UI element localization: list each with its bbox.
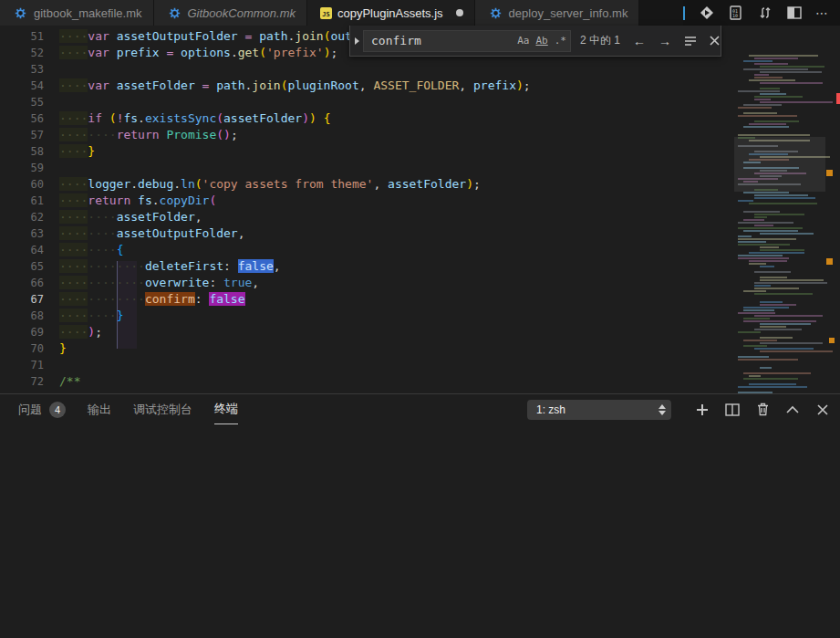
gear-icon: [167, 5, 182, 21]
code-line[interactable]: 71: [0, 357, 734, 373]
code-text: ····);: [59, 324, 102, 340]
next-match-icon[interactable]: →: [659, 34, 671, 48]
new-terminal-icon[interactable]: [694, 402, 710, 418]
tab-problems[interactable]: 问题 4: [18, 394, 66, 424]
tab-label: 终端: [214, 401, 238, 417]
find-match-count: 2 中的 1: [580, 33, 620, 48]
code-line[interactable]: 56····if (!fs.existsSync(assetFolder)) {: [0, 110, 734, 127]
error-marker: [836, 93, 840, 104]
code-line[interactable]: 65············deleteFirst: false,: [0, 258, 734, 275]
code-text: ············deleteFirst: false,: [59, 258, 281, 275]
terminal-select[interactable]: 1: zsh: [527, 400, 671, 420]
code-line[interactable]: 60····logger.debug.ln('copy assets from …: [0, 176, 734, 193]
line-number: 70: [0, 340, 44, 357]
find-in-selection-icon[interactable]: [684, 36, 697, 47]
code-line[interactable]: 55: [0, 94, 734, 110]
code-line[interactable]: 61····return fs.copyDir(: [0, 193, 734, 209]
code-text: ····return fs.copyDir(: [59, 193, 216, 209]
gear-icon: [13, 5, 28, 21]
close-icon[interactable]: [710, 36, 720, 46]
code-line[interactable]: 64········{: [0, 242, 734, 258]
code-text: ····var assetFolder = path.join(pluginRo…: [59, 78, 531, 94]
code-text: ········assetFolder,: [59, 209, 202, 225]
code-line[interactable]: 67············confirm: false: [0, 291, 734, 308]
line-number: 66: [0, 275, 44, 291]
tab-gitbookcommon[interactable]: GitbookCommon.mk: [154, 0, 307, 26]
code-line[interactable]: 66············overwrite: true,: [0, 275, 734, 291]
split-terminal-icon[interactable]: [724, 402, 741, 418]
open-preview-icon[interactable]: 01 10: [728, 5, 743, 21]
whole-word-icon[interactable]: Ab: [536, 35, 548, 47]
find-input[interactable]: confirm Aa Ab .*: [363, 30, 571, 52]
line-number: 56: [0, 110, 44, 127]
tab-output[interactable]: 输出: [88, 394, 111, 424]
line-number: 61: [0, 193, 44, 209]
js-file-icon: JS: [320, 7, 332, 19]
line-number: 62: [0, 209, 44, 225]
code-line[interactable]: 62········assetFolder,: [0, 209, 734, 225]
tab-terminal[interactable]: 终端: [214, 394, 238, 424]
code-line[interactable]: 53: [0, 61, 734, 78]
tab-bar: gitbook_makefile.mk GitbookCommon.mk JS …: [0, 0, 840, 26]
code-text: ········assetOutputFolder,: [59, 225, 245, 242]
code-text: ········{: [59, 242, 123, 258]
code-line[interactable]: 58····}: [0, 143, 734, 160]
maximize-panel-icon[interactable]: [784, 402, 801, 418]
find-widget: confirm Aa Ab .* 2 中的 1 ← →: [349, 26, 721, 57]
line-number: 53: [0, 61, 44, 78]
overview-ruler[interactable]: [825, 51, 840, 394]
editor[interactable]: 51····var assetOutputFolder = path.join(…: [0, 26, 840, 394]
code-line[interactable]: 54····var assetFolder = path.join(plugin…: [0, 78, 734, 94]
code-text: ····var assetOutputFolder = path.join(ou…: [59, 28, 367, 45]
svg-text:10: 10: [732, 13, 738, 18]
kill-terminal-icon[interactable]: [754, 402, 771, 418]
code-text: ····var prefix = options.get('prefix');: [59, 45, 337, 61]
panel-actions: 1: zsh: [527, 394, 840, 424]
line-number: 64: [0, 242, 44, 258]
regex-icon[interactable]: .*: [555, 35, 566, 47]
synchronize-changes-icon[interactable]: [757, 5, 773, 21]
line-number: 69: [0, 324, 44, 340]
minimap[interactable]: [734, 51, 825, 394]
tab-label: deploy_server_info.mk: [509, 6, 628, 20]
line-number: 71: [0, 357, 44, 373]
line-number: 59: [0, 160, 44, 176]
panel-header: 问题 4 输出 调试控制台 终端 1: zsh: [0, 394, 840, 424]
code-line[interactable]: 57········return Promise();: [0, 127, 734, 143]
line-number: 63: [0, 225, 44, 242]
find-toggle-replace[interactable]: [350, 26, 363, 56]
line-number: 55: [0, 94, 44, 110]
code-text: /**: [59, 373, 80, 390]
line-number: 51: [0, 28, 44, 45]
open-changes-icon[interactable]: [699, 5, 714, 21]
code-text: ····}: [59, 143, 95, 160]
find-match-marker: [826, 258, 833, 265]
match-case-icon[interactable]: Aa: [517, 35, 529, 47]
code-line[interactable]: 70}: [0, 340, 734, 357]
code-line[interactable]: 69····);: [0, 324, 734, 340]
tab-copypluginassets[interactable]: JS copyPluginAssets.js: [307, 0, 475, 26]
code-line[interactable]: 68········}: [0, 308, 734, 324]
line-number: 67: [0, 291, 44, 308]
minimap-slider[interactable]: [734, 137, 825, 192]
line-number: 72: [0, 373, 44, 390]
more-actions-icon[interactable]: ⋯: [815, 5, 829, 20]
code-line[interactable]: 72/**: [0, 373, 734, 390]
code-text: ········return Promise();: [59, 127, 238, 143]
code-text: ····if (!fs.existsSync(assetFolder)) {: [59, 110, 330, 127]
find-query-text: confirm: [371, 34, 511, 47]
tab-label: GitbookCommon.mk: [188, 6, 296, 20]
split-editor-icon[interactable]: [786, 5, 802, 21]
tab-debug-console[interactable]: 调试控制台: [133, 394, 192, 424]
code-line[interactable]: 59: [0, 160, 734, 176]
terminal-select-value: 1: zsh: [536, 403, 659, 416]
modified-dot-icon[interactable]: [456, 9, 463, 16]
previous-match-icon[interactable]: ←: [633, 34, 646, 48]
code-text: ············overwrite: true,: [59, 275, 259, 291]
find-match-marker: [826, 170, 833, 176]
problems-count-badge: 4: [49, 402, 66, 418]
code-line[interactable]: 63········assetOutputFolder,: [0, 225, 734, 242]
tab-gitbook-makefile[interactable]: gitbook_makefile.mk: [0, 0, 154, 26]
tab-deploy-server-info[interactable]: deploy_server_info.mk: [475, 0, 640, 26]
close-panel-icon[interactable]: [814, 402, 831, 418]
